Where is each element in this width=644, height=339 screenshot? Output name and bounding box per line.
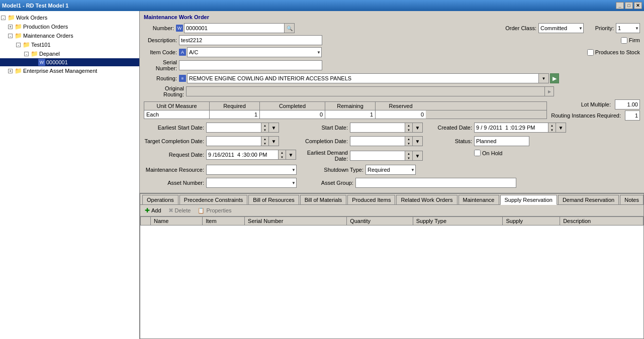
routing-instances-input[interactable]: 1: [625, 110, 640, 121]
header-supply: Supply: [503, 217, 560, 225]
completion-date-spinner[interactable]: ▲ ▼: [405, 136, 413, 146]
lot-multiple-input[interactable]: 1.00: [615, 99, 640, 109]
earliest-demand-calendar[interactable]: ▼: [413, 151, 423, 161]
row-routing: Routing: ≡ REMOVE ENGINE COWLING AND INT…: [144, 73, 640, 83]
sidebar-item-enterprise[interactable]: + 📁 Enterprise Asset Management: [0, 66, 139, 75]
description-input[interactable]: test2212: [179, 35, 322, 45]
delete-button[interactable]: ✖ Delete: [167, 206, 193, 214]
tab-related-work-orders[interactable]: Related Work Orders: [396, 195, 457, 204]
created-date-field: 9 / 9 /2011 1 :01:29 PM ▲ ▼ ▼: [474, 123, 566, 133]
target-completion-spinner[interactable]: ▲ ▼: [261, 136, 269, 146]
tab-operations[interactable]: Operations: [142, 195, 178, 204]
serial-input[interactable]: [179, 60, 322, 70]
number-search-button[interactable]: 🔍: [285, 23, 295, 33]
created-date-spinner[interactable]: ▲ ▼: [548, 123, 556, 133]
earliest-demand-input[interactable]: [350, 151, 405, 161]
tab-bill-of-resources[interactable]: Bill of Resources: [248, 195, 299, 204]
earliest-demand-down[interactable]: ▼: [405, 156, 412, 160]
request-date-down[interactable]: ▼: [279, 155, 286, 159]
earliest-start-calendar[interactable]: ▼: [269, 123, 279, 133]
tab-demand-reservation[interactable]: Demand Reservation: [558, 195, 619, 204]
tab-produced-items[interactable]: Produced Items: [347, 195, 395, 204]
header-uom: Unit Of Measure: [144, 102, 210, 110]
created-date-calendar[interactable]: ▼: [556, 123, 566, 133]
request-date-up[interactable]: ▲: [279, 150, 286, 155]
table-row-empty: [141, 225, 643, 266]
window-controls[interactable]: _ □ ✕: [616, 2, 642, 9]
add-button[interactable]: ✚ Add: [143, 206, 163, 214]
earliest-start-input[interactable]: [206, 123, 261, 133]
completion-date-up[interactable]: ▲: [405, 137, 412, 141]
target-completion-down[interactable]: ▼: [261, 141, 268, 146]
firm-checkbox[interactable]: [621, 37, 627, 44]
maximize-button[interactable]: □: [625, 2, 633, 9]
order-class-select[interactable]: Committed: [538, 23, 584, 33]
tab-maintenance[interactable]: Maintenance: [458, 195, 499, 204]
target-completion-input[interactable]: [206, 136, 261, 146]
routing-go-button[interactable]: ▶: [550, 73, 559, 83]
tab-precedence-constraints[interactable]: Precedence Constraints: [179, 195, 247, 204]
start-date-up[interactable]: ▲: [405, 123, 412, 128]
start-date-calendar[interactable]: ▼: [413, 123, 423, 133]
expand-icon-enterprise[interactable]: +: [8, 69, 13, 73]
original-routing-input[interactable]: [186, 86, 545, 96]
completion-date-down[interactable]: ▼: [405, 141, 412, 146]
minimize-button[interactable]: _: [616, 2, 624, 9]
start-date-spinner[interactable]: ▲ ▼: [405, 123, 413, 133]
header-name: Name: [151, 217, 203, 225]
produces-to-stock-label: Produces to Stock: [595, 49, 640, 55]
start-date-input[interactable]: [350, 123, 405, 133]
sidebar-label-production: Production Orders: [23, 24, 68, 30]
produces-to-stock-checkbox[interactable]: [587, 49, 594, 56]
tab-supply-reservation[interactable]: Supply Reservation: [500, 195, 557, 205]
earliest-start-spinner[interactable]: ▲ ▼: [261, 123, 269, 133]
expand-icon-work-orders[interactable]: -: [1, 16, 6, 20]
item-code-select[interactable]: A/C: [187, 47, 322, 57]
completion-date-input[interactable]: [350, 136, 405, 146]
form-title: Maintenance Work Order: [144, 14, 640, 20]
folder-icon-work-orders: 📁: [7, 14, 15, 22]
created-date-down[interactable]: ▼: [548, 128, 556, 132]
earliest-demand-up[interactable]: ▲: [405, 151, 412, 156]
number-input[interactable]: 0000001: [184, 23, 285, 33]
expand-icon-depanel[interactable]: -: [24, 52, 29, 56]
original-routing-go-button[interactable]: ▶: [545, 86, 554, 96]
expand-icon-maintenance[interactable]: -: [8, 34, 13, 38]
request-date-spinner[interactable]: ▲ ▼: [279, 150, 286, 160]
expand-icon-test101[interactable]: -: [16, 43, 21, 47]
on-hold-checkbox[interactable]: [474, 150, 481, 156]
sidebar-item-maintenance-orders[interactable]: - 📁 Maintenance Orders: [0, 31, 139, 40]
properties-button[interactable]: 📋 Properties: [196, 207, 233, 214]
created-date-up[interactable]: ▲: [548, 123, 556, 128]
sidebar-item-0000001[interactable]: W 0000001: [0, 58, 139, 66]
sidebar-item-test101[interactable]: - 📁 Test101: [0, 40, 139, 49]
sidebar-item-production-orders[interactable]: + 📁 Production Orders: [0, 22, 139, 31]
row-serial: Serial Number:: [144, 59, 640, 71]
earliest-demand-spinner[interactable]: ▲ ▼: [405, 151, 413, 161]
status-input[interactable]: Planned: [474, 136, 529, 146]
routing-dropdown-button[interactable]: ▼: [539, 73, 549, 83]
earliest-start-down[interactable]: ▼: [261, 128, 268, 132]
expand-icon-production[interactable]: +: [8, 25, 13, 29]
tab-notes[interactable]: Notes: [620, 195, 643, 204]
target-completion-calendar[interactable]: ▼: [269, 136, 279, 146]
sidebar-item-depanel[interactable]: - 📁 Depanel: [0, 49, 139, 58]
close-button[interactable]: ✕: [634, 2, 642, 9]
priority-select[interactable]: 1: [616, 23, 640, 33]
asset-number-select[interactable]: [206, 178, 297, 188]
earliest-start-up[interactable]: ▲: [261, 123, 268, 128]
completion-date-calendar[interactable]: ▼: [413, 136, 423, 146]
add-icon: ✚: [145, 207, 150, 214]
sidebar-item-work-orders[interactable]: - 📁 Work Orders: [0, 13, 139, 22]
start-date-down[interactable]: ▼: [405, 128, 412, 132]
request-date-calendar[interactable]: ▼: [286, 150, 296, 160]
asset-group-input[interactable]: [355, 178, 516, 188]
tab-bill-of-materials[interactable]: Bill of Materials: [300, 195, 347, 204]
created-date-input[interactable]: 9 / 9 /2011 1 :01:29 PM: [474, 123, 548, 133]
maintenance-resource-select[interactable]: [206, 165, 297, 175]
request-date-input[interactable]: 9 /16/2011 4 :30:00 PM: [206, 150, 279, 160]
routing-input[interactable]: REMOVE ENGINE COWLING AND INTERIOR ACCES…: [187, 73, 539, 83]
cell-remaining: 1: [325, 110, 376, 119]
shutdown-type-select[interactable]: Required: [365, 165, 416, 175]
target-completion-up[interactable]: ▲: [261, 137, 268, 141]
